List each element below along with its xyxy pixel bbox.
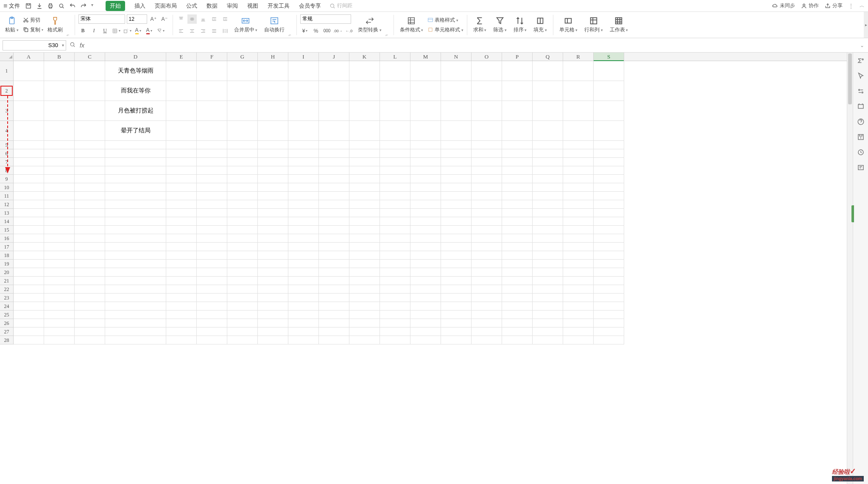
cell-H27[interactable]: [258, 327, 288, 336]
cell-B9[interactable]: [44, 175, 75, 183]
cell-H20[interactable]: [258, 268, 288, 277]
cell-R10[interactable]: [563, 183, 594, 192]
cell-P8[interactable]: [502, 166, 533, 175]
cell-B4[interactable]: [44, 121, 75, 141]
cell-E25[interactable]: [166, 311, 197, 319]
cell-C20[interactable]: [75, 268, 105, 277]
cell-H11[interactable]: [258, 192, 288, 200]
col-header-Q[interactable]: Q: [533, 53, 563, 61]
cell-I19[interactable]: [288, 260, 319, 268]
cell-N10[interactable]: [441, 183, 472, 192]
cell-F1[interactable]: [197, 61, 227, 81]
cell-S25[interactable]: [594, 311, 624, 319]
cell-B19[interactable]: [44, 260, 75, 268]
cell-D19[interactable]: [105, 260, 166, 268]
cell-F10[interactable]: [197, 183, 227, 192]
preview-icon[interactable]: [58, 3, 65, 9]
help-search[interactable]: 行间距: [329, 2, 352, 9]
col-header-L[interactable]: L: [380, 53, 410, 61]
cell-N28[interactable]: [441, 336, 472, 344]
name-box[interactable]: S30: [3, 40, 66, 50]
cell-D12[interactable]: [105, 200, 166, 209]
cell-F28[interactable]: [197, 336, 227, 344]
cell-B25[interactable]: [44, 311, 75, 319]
cell-B15[interactable]: [44, 226, 75, 234]
cell-G7[interactable]: [227, 158, 258, 166]
row-header-27[interactable]: 27: [0, 327, 14, 336]
cell-J14[interactable]: [319, 217, 349, 226]
cell-I17[interactable]: [288, 243, 319, 251]
cell-H1[interactable]: [258, 61, 288, 81]
cell-R6[interactable]: [563, 149, 594, 158]
cell-L9[interactable]: [380, 175, 410, 183]
filter-button[interactable]: 筛选: [491, 15, 509, 34]
cell-L16[interactable]: [380, 234, 410, 243]
cell-A9[interactable]: [14, 175, 44, 183]
cell-C6[interactable]: [75, 149, 105, 158]
cell-F21[interactable]: [197, 277, 227, 285]
cell-I25[interactable]: [288, 311, 319, 319]
italic-icon[interactable]: I: [89, 26, 99, 36]
cell-M6[interactable]: [410, 149, 441, 158]
comma-icon[interactable]: 000: [322, 26, 332, 36]
cell-S1[interactable]: [594, 61, 624, 81]
cell-S13[interactable]: [594, 209, 624, 217]
cell-M8[interactable]: [410, 166, 441, 175]
cell-E1[interactable]: [166, 61, 197, 81]
cell-F3[interactable]: [197, 101, 227, 121]
cell-I20[interactable]: [288, 268, 319, 277]
cell-G17[interactable]: [227, 243, 258, 251]
cell-Q4[interactable]: [533, 121, 563, 141]
cell-E17[interactable]: [166, 243, 197, 251]
cell-E26[interactable]: [166, 319, 197, 327]
cell-M18[interactable]: [410, 251, 441, 260]
increase-decimal-icon[interactable]: .00→: [333, 26, 343, 36]
cell-A14[interactable]: [14, 217, 44, 226]
cell-L15[interactable]: [380, 226, 410, 234]
cell-B21[interactable]: [44, 277, 75, 285]
cell-P1[interactable]: [502, 61, 533, 81]
cell-R11[interactable]: [563, 192, 594, 200]
cell-K15[interactable]: [349, 226, 380, 234]
col-header-C[interactable]: C: [75, 53, 105, 61]
cell-N17[interactable]: [441, 243, 472, 251]
cell-I14[interactable]: [288, 217, 319, 226]
cell-S23[interactable]: [594, 294, 624, 302]
cell-J1[interactable]: [319, 61, 349, 81]
cell-R24[interactable]: [563, 302, 594, 311]
cell-E20[interactable]: [166, 268, 197, 277]
cell-O19[interactable]: [472, 260, 502, 268]
cell-P24[interactable]: [502, 302, 533, 311]
sync-status[interactable]: 未同步: [772, 2, 795, 9]
tab-vip[interactable]: 会员专享: [299, 2, 321, 10]
cell-E5[interactable]: [166, 141, 197, 149]
cell-G28[interactable]: [227, 336, 258, 344]
save-icon[interactable]: [25, 3, 32, 9]
cell-S2[interactable]: [594, 81, 624, 101]
cell-K27[interactable]: [349, 327, 380, 336]
cell-G22[interactable]: [227, 285, 258, 294]
cell-Q9[interactable]: [533, 175, 563, 183]
cell-N13[interactable]: [441, 209, 472, 217]
cell-H8[interactable]: [258, 166, 288, 175]
cell-D13[interactable]: [105, 209, 166, 217]
cell-Q7[interactable]: [533, 158, 563, 166]
cell-N8[interactable]: [441, 166, 472, 175]
cell-P21[interactable]: [502, 277, 533, 285]
font-size-combo[interactable]: [127, 14, 147, 24]
cell-B24[interactable]: [44, 302, 75, 311]
cell-Q23[interactable]: [533, 294, 563, 302]
cell-Q17[interactable]: [533, 243, 563, 251]
cell-G9[interactable]: [227, 175, 258, 183]
cell-I10[interactable]: [288, 183, 319, 192]
cell-A2[interactable]: [14, 81, 44, 101]
cell-H15[interactable]: [258, 226, 288, 234]
cell-Q1[interactable]: [533, 61, 563, 81]
ribbon-scroll-right[interactable]: ▸: [864, 12, 868, 38]
cell-E12[interactable]: [166, 200, 197, 209]
cell-A19[interactable]: [14, 260, 44, 268]
cell-I15[interactable]: [288, 226, 319, 234]
cell-P10[interactable]: [502, 183, 533, 192]
cell-M28[interactable]: [410, 336, 441, 344]
cell-O18[interactable]: [472, 251, 502, 260]
